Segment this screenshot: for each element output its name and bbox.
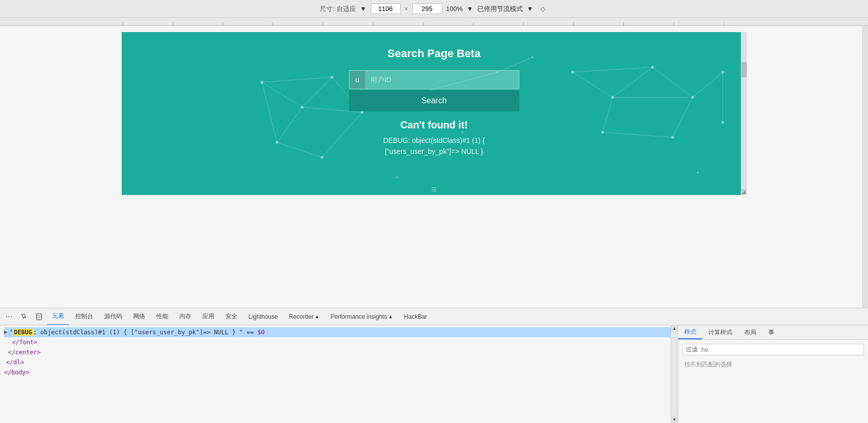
debug-keyword: DEBUG — [13, 329, 33, 336]
app-background: Search Page Beta u Search Can't found it… — [122, 32, 747, 195]
svg-line-37 — [603, 132, 673, 137]
size-label: 尺寸: 自适应 — [320, 5, 356, 14]
tab-application[interactable]: 应用 — [197, 308, 219, 325]
diamond-button[interactable]: ◇ — [537, 4, 548, 14]
svg-line-36 — [673, 97, 693, 137]
svg-line-32 — [653, 67, 693, 97]
mode-dropdown-icon[interactable]: ▼ — [527, 5, 533, 13]
debug-line1: DEBUG: object(stdClass)#1 (1) { — [383, 136, 485, 144]
devtools-panel: ⋯ 元素 控制台 源代码 网络 性能 内存 应用 安全 Lighthouse R… — [0, 308, 868, 423]
svg-line-31 — [613, 67, 653, 97]
expand-arrow-selected: ▶ — [4, 328, 8, 337]
svg-line-18 — [262, 77, 332, 82]
svg-point-53 — [697, 171, 699, 173]
svg-point-42 — [651, 66, 654, 69]
svg-point-25 — [301, 106, 304, 109]
preview-scrollbar[interactable] — [741, 32, 747, 195]
tab-console[interactable]: 控制台 — [70, 308, 98, 325]
dl-close-tag: </dl> — [6, 358, 24, 367]
tab-sources[interactable]: 源代码 — [99, 308, 127, 325]
filter-label: 过滤 — [686, 345, 698, 354]
code-line-center-close: </center> — [4, 347, 674, 357]
tab-hackbar[interactable]: HackBar — [399, 308, 432, 325]
tab-lighthouse[interactable]: Lighthouse — [243, 308, 283, 325]
svg-line-38 — [693, 72, 723, 97]
tab-recorder[interactable]: Recorder▲ — [284, 308, 325, 325]
code-line-dl-close: </dl> — [4, 357, 674, 367]
dimension-separator: × — [405, 6, 408, 13]
ruler-svg — [0, 18, 868, 26]
height-input[interactable] — [412, 4, 442, 14]
tab-performance[interactable]: 性能 — [151, 308, 173, 325]
devtools-inspect-icon[interactable] — [17, 310, 31, 324]
svg-line-30 — [572, 72, 613, 97]
top-toolbar: 尺寸: 自适应 ▼ × 100% ▼ 已停用节流模式 ▼ ◇ — [0, 0, 868, 18]
zoom-dropdown-icon[interactable]: ▼ — [467, 5, 473, 13]
preview-scrollbar-thumb[interactable] — [741, 62, 747, 77]
right-tab-styles[interactable]: 样式 — [678, 325, 702, 339]
right-panel-tabs: 样式 计算样式 布局 事 — [678, 325, 868, 340]
svg-point-47 — [721, 121, 724, 124]
scroll-controls: ▲ ▼ — [671, 325, 678, 423]
tab-elements[interactable]: 元素 — [47, 308, 69, 325]
scroll-track — [671, 332, 678, 416]
svg-point-45 — [671, 136, 674, 139]
right-tab-layout[interactable]: 布局 — [738, 325, 762, 339]
filter-row: 过滤 — [682, 344, 864, 355]
size-dropdown-icon[interactable]: ▼ — [360, 5, 367, 13]
code-panel: ▶ "DEBUG: object(stdClass)#1 (1) { ["use… — [0, 325, 678, 423]
code-line-body-close: </body> — [4, 367, 674, 377]
recorder-warning-icon: ▲ — [315, 314, 320, 319]
width-input[interactable] — [371, 4, 401, 14]
preview-frame: Search Page Beta u Search Can't found it… — [122, 32, 747, 195]
scroll-up-button[interactable]: ▲ — [671, 325, 678, 332]
svg-line-16 — [302, 77, 332, 107]
svg-point-52 — [396, 176, 398, 178]
devtools-tabs-bar: ⋯ 元素 控制台 源代码 网络 性能 内存 应用 安全 Lighthouse R… — [0, 308, 868, 325]
scroll-down-button[interactable]: ▼ — [671, 416, 678, 423]
svg-point-50 — [461, 131, 463, 133]
app-title: Search Page Beta — [388, 47, 481, 60]
scroll-indicator: ≡ — [431, 184, 437, 195]
input-prefix: u — [350, 71, 366, 89]
right-panel-content: 过滤 找不到匹配的选择 — [678, 340, 868, 423]
svg-point-41 — [611, 96, 614, 99]
code-line-font-close: </font> — [4, 337, 674, 347]
svg-line-35 — [603, 97, 613, 132]
debug-line2: ["users_user_by_pk"]=> NULL } — [385, 147, 483, 155]
svg-point-51 — [531, 56, 533, 58]
tab-memory[interactable]: 内存 — [174, 308, 196, 325]
zoom-label: 100% — [446, 5, 463, 13]
svg-line-33 — [572, 67, 653, 72]
body-close-tag: </body> — [4, 368, 30, 377]
code-line-selected[interactable]: ▶ "DEBUG: object(stdClass)#1 (1) { ["use… — [4, 327, 674, 337]
search-button[interactable]: Search — [349, 90, 519, 111]
debug-text: DEBUG: object(stdClass)#1 (1) { ["users_… — [383, 135, 485, 157]
svg-point-58 — [39, 318, 40, 319]
tab-security[interactable]: 安全 — [220, 308, 242, 325]
svg-point-28 — [275, 141, 278, 144]
devtools-more-icon[interactable]: ⋯ — [2, 310, 16, 324]
user-id-input[interactable] — [365, 71, 518, 89]
filter-input[interactable] — [700, 346, 860, 353]
resize-handle[interactable]: ◢ — [741, 189, 747, 195]
perf-insights-warning-icon: ▲ — [388, 314, 393, 319]
devtools-device-icon[interactable] — [32, 310, 46, 324]
right-tab-computed[interactable]: 计算样式 — [702, 325, 738, 339]
tab-network[interactable]: 网络 — [128, 308, 150, 325]
search-box-container: u Search — [349, 70, 519, 111]
mode-label: 已停用节流模式 — [477, 5, 523, 14]
svg-line-22 — [322, 112, 362, 157]
svg-rect-57 — [37, 315, 41, 318]
debug-highlight-text: "DEBUG: object(stdClass)#1 (1) { ["users… — [10, 328, 265, 337]
svg-point-40 — [571, 71, 574, 74]
svg-point-24 — [260, 81, 263, 84]
right-panel: 样式 计算样式 布局 事 过滤 找不到匹配的选择 — [678, 325, 868, 423]
svg-rect-0 — [0, 18, 868, 26]
tab-performance-insights[interactable]: Performance insights▲ — [326, 308, 398, 325]
search-input-row: u — [349, 70, 519, 89]
svg-point-26 — [331, 76, 334, 79]
svg-point-29 — [321, 156, 324, 159]
main-scrollbar[interactable] — [862, 26, 868, 322]
right-tab-events[interactable]: 事 — [762, 325, 780, 339]
